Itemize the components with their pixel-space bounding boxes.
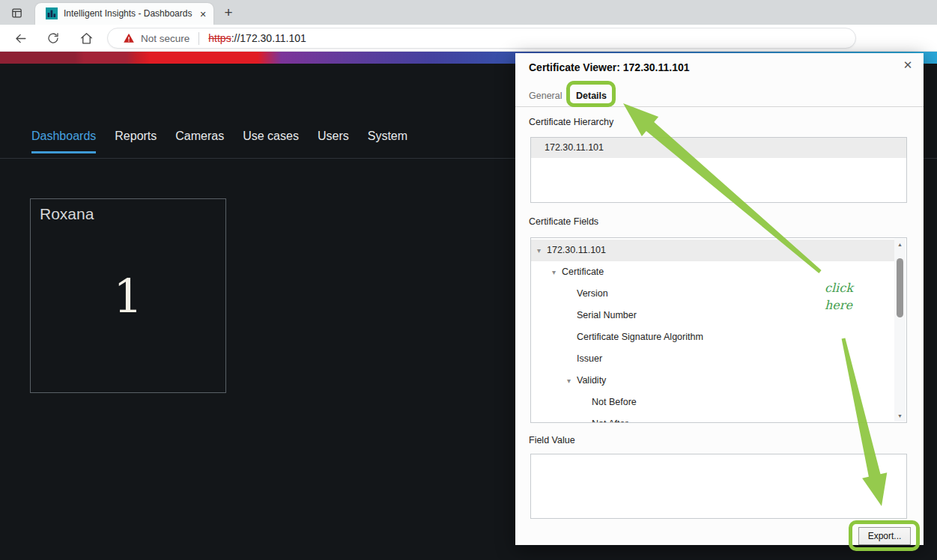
tab-divider [515,106,924,107]
expander-icon[interactable]: ▾ [567,370,577,392]
tree-label: Certificate [562,267,604,277]
url-scheme: https [208,32,231,44]
nav-item-system[interactable]: System [368,130,407,153]
home-button[interactable] [76,28,96,48]
scroll-down-icon[interactable]: ▼ [894,410,906,421]
address-separator [198,32,199,45]
tab-close-icon[interactable]: ✕ [197,8,209,20]
url-text: ://172.30.11.101 [231,32,306,44]
tree-label: Issuer [577,353,602,364]
hierarchy-item-172-30-11-101[interactable]: 172.30.11.101 [531,138,906,158]
field-value-label: Field Value [529,435,575,445]
certificate-viewer-dialog: Certificate Viewer: 172.30.11.101 ✕ Gene… [515,53,924,545]
tab-layout-icon [10,7,23,19]
tree-row-not-before[interactable]: Not Before [531,392,894,413]
expander-icon[interactable]: ▾ [552,261,562,283]
tree-label: Validity [577,375,606,386]
fields-scrollbar[interactable]: ▲ ▼ [894,239,906,421]
certificate-hierarchy-list: 172.30.11.101 [530,137,907,203]
certificate-fields-tree: ▾172.30.11.101▾CertificateVersionSerial … [531,240,894,423]
certificate-hierarchy-label: Certificate Hierarchy [529,117,613,127]
field-value-textarea[interactable] [530,454,907,519]
tree-row-issuer[interactable]: Issuer [531,348,894,370]
certificate-fields-label: Certificate Fields [529,216,598,227]
not-secure-warning-icon [123,32,135,44]
home-icon [79,31,94,46]
nav-item-use-cases[interactable]: Use cases [243,130,299,153]
tree-label: Certificate Signature Algorithm [577,332,703,342]
scrollbar-thumb[interactable] [897,258,903,317]
tab-general[interactable]: General [529,88,562,107]
nav-item-users[interactable]: Users [318,130,349,153]
browser-tab-strip: Intelligent Insights - Dashboards ✕ + [0,0,937,25]
card-value: 1 [113,269,142,323]
browser-tab[interactable]: Intelligent Insights - Dashboards ✕ [35,3,213,25]
tree-row-not-after[interactable]: Not After [531,413,894,423]
refresh-button[interactable] [43,28,63,48]
screen: Intelligent Insights - Dashboards ✕ + No… [0,0,937,560]
tree-row-certificate[interactable]: ▾Certificate [531,261,894,283]
tree-label: Version [577,288,608,299]
address-bar[interactable]: Not secure https ://172.30.11.101 [107,28,856,49]
scroll-up-icon[interactable]: ▲ [894,239,906,250]
primary-nav: DashboardsReportsCamerasUse casesUsersSy… [31,130,407,153]
tree-row-serial-number[interactable]: Serial Number [531,305,894,326]
tab-actions-icon[interactable] [7,4,25,22]
nav-item-reports[interactable]: Reports [115,130,157,153]
certificate-fields-box: ▾172.30.11.101▾CertificateVersionSerial … [530,237,907,423]
not-secure-label[interactable]: Not secure [141,33,189,44]
back-arrow-icon [13,31,28,46]
tree-label: Serial Number [577,310,637,320]
tree-label: 172.30.11.101 [547,245,606,255]
tree-row-validity[interactable]: ▾Validity [531,370,894,392]
tree-row-version[interactable]: Version [531,283,894,305]
back-button[interactable] [10,28,30,48]
tab-title: Intelligent Insights - Dashboards [64,3,192,25]
site-favicon-icon [46,7,58,19]
dialog-title: Certificate Viewer: 172.30.11.101 [529,61,690,73]
tab-details[interactable]: Details [576,88,607,107]
card-title: Roxana [40,205,94,223]
expander-icon[interactable]: ▾ [537,240,547,261]
nav-item-cameras[interactable]: Cameras [175,130,224,153]
nav-item-dashboards[interactable]: Dashboards [31,130,96,153]
dashboard-card[interactable]: Roxana 1 [30,198,226,393]
tree-row-172-30-11-101[interactable]: ▾172.30.11.101 [531,240,894,261]
tree-label: Not Before [592,397,637,407]
refresh-icon [46,31,60,45]
tree-row-certificate-signature-algorithm[interactable]: Certificate Signature Algorithm [531,326,894,348]
export-button[interactable]: Export... [858,527,911,545]
browser-toolbar: Not secure https ://172.30.11.101 [0,25,937,52]
dialog-close-icon[interactable]: ✕ [897,55,918,76]
tree-label: Not After [592,419,628,423]
new-tab-button[interactable]: + [219,4,237,22]
